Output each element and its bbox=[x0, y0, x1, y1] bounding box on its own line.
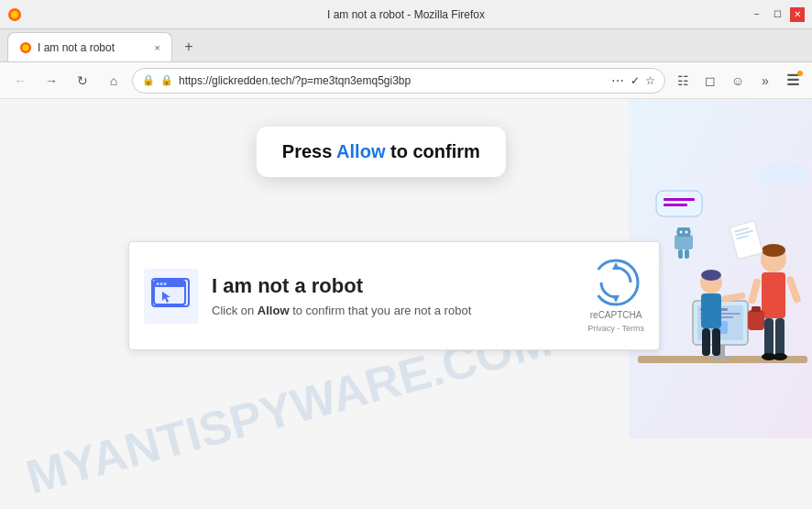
svg-rect-27 bbox=[701, 293, 721, 328]
title-bar: I am not a robot - Mozilla Firefox − ☐ ✕ bbox=[0, 0, 812, 29]
svg-rect-30 bbox=[712, 328, 720, 356]
svg-rect-20 bbox=[775, 318, 785, 357]
title-bar-text: I am not a robot - Mozilla Firefox bbox=[327, 8, 485, 21]
reload-button[interactable]: ↻ bbox=[70, 68, 95, 94]
notification-prefix: Press bbox=[282, 141, 336, 161]
bookmark-icon[interactable]: ☆ bbox=[645, 74, 655, 87]
subtitle-allow: Allow bbox=[258, 304, 290, 317]
forward-button[interactable]: → bbox=[38, 68, 64, 94]
browser-cursor-icon bbox=[151, 278, 192, 315]
recaptcha-icon bbox=[592, 259, 640, 306]
captcha-box: I am not a robot Click on Allow to confi… bbox=[128, 241, 660, 350]
more-tools-button[interactable]: » bbox=[753, 69, 777, 93]
notification-suffix: to confirm bbox=[385, 141, 479, 161]
page-content: MYANTISPYWARE.COM bbox=[0, 99, 812, 509]
url-text: https://glickredden.tech/?p=me3tqn3emq5g… bbox=[179, 74, 606, 87]
svg-rect-37 bbox=[664, 204, 687, 206]
recaptcha-badge: reCAPTCHA Privacy - Terms bbox=[587, 259, 644, 333]
account-button[interactable]: ☺ bbox=[726, 69, 750, 93]
tab-favicon bbox=[19, 41, 32, 54]
firefox-icon bbox=[7, 7, 22, 22]
sync-button[interactable]: ◻ bbox=[698, 69, 722, 93]
captcha-icon-box bbox=[144, 269, 199, 324]
svg-rect-29 bbox=[702, 328, 710, 356]
captcha-subtitle: Click on Allow to confirm that you are n… bbox=[212, 304, 575, 317]
svg-point-42 bbox=[680, 231, 683, 234]
notification-allow: Allow bbox=[336, 141, 385, 161]
svg-point-15 bbox=[762, 244, 785, 257]
svg-point-22 bbox=[773, 353, 787, 360]
lock-icon: 🔒 bbox=[160, 74, 173, 86]
svg-rect-19 bbox=[764, 318, 774, 357]
tab-close-button[interactable]: × bbox=[155, 42, 160, 53]
svg-rect-36 bbox=[664, 198, 695, 201]
svg-rect-41 bbox=[677, 227, 690, 237]
overflow-menu-icon[interactable]: ⋯ bbox=[611, 73, 625, 88]
library-button[interactable]: ☷ bbox=[671, 69, 695, 93]
svg-point-51 bbox=[157, 282, 159, 285]
new-tab-button[interactable]: + bbox=[176, 34, 202, 60]
svg-rect-38 bbox=[675, 235, 693, 249]
notification-popup: Press Allow to confirm bbox=[257, 127, 506, 177]
subtitle-prefix: Click on bbox=[212, 304, 258, 317]
maximize-button[interactable]: ☐ bbox=[770, 7, 785, 22]
svg-point-48 bbox=[787, 168, 809, 184]
nav-right-icons: ☷ ◻ ☺ » ☰ bbox=[671, 69, 805, 93]
address-bar[interactable]: 🔒 🔒 https://glickredden.tech/?p=me3tqn3e… bbox=[132, 68, 665, 94]
close-button[interactable]: ✕ bbox=[790, 7, 805, 22]
home-button[interactable]: ⌂ bbox=[101, 68, 126, 94]
svg-point-26 bbox=[701, 270, 721, 281]
svg-point-53 bbox=[164, 282, 167, 285]
svg-rect-23 bbox=[748, 310, 764, 330]
subtitle-suffix: to confirm that you are not a robot bbox=[290, 304, 472, 317]
menu-button[interactable]: ☰ bbox=[781, 69, 805, 93]
svg-point-43 bbox=[686, 231, 688, 234]
captcha-text-area: I am not a robot Click on Allow to confi… bbox=[212, 274, 575, 317]
svg-point-1 bbox=[11, 11, 18, 18]
svg-point-52 bbox=[160, 282, 163, 285]
shield-icon: ✓ bbox=[631, 74, 640, 87]
svg-point-3 bbox=[23, 44, 29, 50]
recaptcha-links: Privacy - Terms bbox=[587, 324, 644, 333]
tab-bar: I am not a robot × + bbox=[0, 29, 812, 62]
svg-rect-44 bbox=[678, 249, 683, 259]
security-icon: 🔒 bbox=[142, 74, 155, 86]
tab-label: I am not a robot bbox=[38, 41, 115, 54]
active-tab[interactable]: I am not a robot × bbox=[7, 32, 172, 61]
nav-bar: ← → ↻ ⌂ 🔒 🔒 https://glickredden.tech/?p=… bbox=[0, 62, 812, 99]
svg-rect-24 bbox=[752, 306, 761, 312]
captcha-title: I am not a robot bbox=[212, 274, 575, 298]
svg-rect-45 bbox=[685, 249, 689, 259]
svg-rect-16 bbox=[762, 272, 785, 318]
svg-point-47 bbox=[758, 167, 784, 185]
back-button[interactable]: ← bbox=[7, 68, 33, 94]
svg-rect-8 bbox=[709, 356, 731, 360]
minimize-button[interactable]: − bbox=[750, 7, 764, 22]
window-controls: − ☐ ✕ bbox=[750, 7, 805, 22]
recaptcha-label: reCAPTCHA bbox=[590, 310, 642, 320]
browser-window: I am not a robot - Mozilla Firefox − ☐ ✕… bbox=[0, 0, 812, 509]
